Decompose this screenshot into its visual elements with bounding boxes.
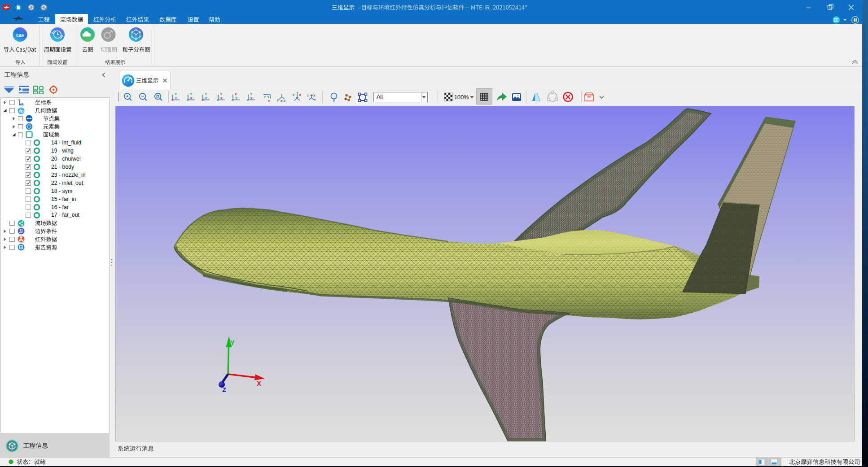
svg-text:Y: Y [18, 99, 20, 102]
svg-text:x: x [220, 96, 223, 100]
svg-text:Y: Y [296, 92, 299, 95]
svg-text:y: y [277, 98, 279, 102]
svg-text:Y: Y [220, 92, 223, 96]
svg-text:x: x [202, 98, 204, 102]
svg-text:Y: Y [190, 92, 193, 96]
svg-text:Y: Y [175, 92, 177, 96]
svg-text:x: x [250, 96, 253, 100]
svg-text:Z: Z [222, 386, 226, 393]
svg-text:x: x [235, 92, 237, 96]
svg-text:x: x [190, 96, 193, 100]
svg-text:x: x [171, 98, 174, 102]
svg-text:z: z [307, 93, 309, 97]
svg-text:z: z [293, 93, 294, 97]
svg-text:Y: Y [205, 92, 207, 96]
svg-text:Y: Y [314, 98, 316, 102]
svg-text:Y: Y [250, 92, 253, 96]
svg-text:z: z [217, 98, 219, 102]
svg-text:x: x [313, 93, 316, 97]
svg-text:x: x [22, 102, 23, 105]
svg-text:x: x [299, 93, 301, 97]
svg-text:y: y [231, 338, 235, 345]
svg-text:z: z [264, 95, 266, 99]
svg-text:x: x [268, 99, 270, 103]
svg-text:cas: cas [16, 31, 24, 38]
svg-text:z: z [205, 96, 207, 100]
svg-text:z: z [247, 98, 249, 102]
svg-text:X: X [257, 380, 261, 387]
svg-text:z: z [232, 98, 233, 102]
svg-text:x: x [281, 99, 283, 103]
svg-text:z: z [175, 96, 177, 100]
svg-text:Y: Y [235, 96, 238, 100]
svg-text:z: z [284, 99, 285, 103]
svg-text:z: z [187, 98, 189, 102]
